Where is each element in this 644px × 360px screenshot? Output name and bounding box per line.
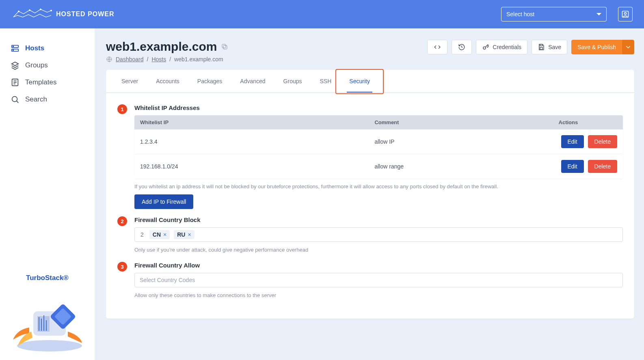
- save-publish-split: Save & Publish: [571, 40, 634, 54]
- svg-rect-25: [223, 45, 227, 49]
- user-menu-button[interactable]: [618, 7, 633, 22]
- sidebar-item-search[interactable]: Search: [0, 91, 95, 108]
- whitelist-title: Whitelist IP Addresses: [134, 104, 623, 111]
- sidebar-footer: TurboStack®: [0, 270, 95, 360]
- breadcrumb-hosts[interactable]: Hosts: [151, 56, 166, 63]
- section-country-allow: 3 Firewall Country Allow Select Country …: [117, 262, 623, 303]
- tab-server[interactable]: Server: [112, 70, 147, 93]
- chip-remove-icon[interactable]: ×: [188, 231, 191, 238]
- top-bar: HOSTED POWER Select host: [0, 0, 644, 28]
- country-chip: CN ×: [149, 230, 170, 239]
- key-icon: [482, 43, 489, 51]
- country-chip: RU ×: [174, 230, 194, 239]
- svg-point-9: [13, 50, 14, 51]
- tab-security[interactable]: Security: [340, 70, 379, 93]
- credentials-button[interactable]: Credentials: [476, 40, 527, 54]
- sidebar-item-hosts[interactable]: Hosts: [0, 40, 95, 57]
- save-publish-label: Save & Publish: [577, 44, 616, 50]
- code-view-button[interactable]: [427, 40, 447, 54]
- brand-text: HOSTED POWER: [56, 11, 115, 18]
- country-block-hint: Only use if you're under attack, could g…: [134, 247, 623, 253]
- section-badge-1: 1: [117, 104, 127, 114]
- tab-ssh[interactable]: SSH: [311, 70, 341, 93]
- svg-point-28: [483, 47, 486, 49]
- country-block-count: 2: [139, 231, 145, 238]
- country-allow-input[interactable]: Select Country Codes: [134, 273, 623, 287]
- main-content: web1.example.com Dashboard / Hosts / web…: [95, 28, 644, 360]
- section-badge-2: 2: [117, 216, 127, 226]
- user-icon: [621, 10, 629, 18]
- col-actions: Actions: [553, 115, 623, 129]
- cell-comment: allow range: [369, 154, 553, 179]
- sidebar-footer-brand: TurboStack®: [0, 274, 95, 282]
- section-whitelist: 1 Whitelist IP Addresses Whitelist IP Co…: [117, 104, 623, 209]
- country-allow-placeholder: Select Country Codes: [140, 277, 195, 283]
- delete-button[interactable]: Delete: [588, 135, 617, 148]
- country-block-title: Firewall Country Block: [134, 216, 623, 223]
- country-allow-hint: Allow only these countries to make conne…: [134, 292, 623, 298]
- svg-point-8: [13, 46, 14, 47]
- turbostack-illustration: [0, 287, 95, 352]
- svg-rect-29: [540, 44, 542, 46]
- save-button[interactable]: Save: [532, 40, 567, 54]
- chip-label: RU: [177, 231, 185, 238]
- tab-advanced[interactable]: Advanced: [231, 70, 274, 93]
- brand-logo: HOSTED POWER: [11, 8, 115, 20]
- code-icon: [434, 43, 441, 51]
- chevron-down-icon: [596, 13, 601, 15]
- svg-line-15: [17, 101, 19, 103]
- country-allow-title: Firewall Country Allow: [134, 262, 623, 269]
- sidebar-item-groups[interactable]: Groups: [0, 57, 95, 74]
- section-badge-3: 3: [117, 262, 127, 272]
- sidebar: Hosts Groups Templates Search TurboStack…: [0, 28, 95, 360]
- breadcrumb-current: web1.example.com: [174, 56, 223, 63]
- whitelist-hint: If you whitelist an ip address it will n…: [134, 183, 623, 190]
- sidebar-item-templates[interactable]: Templates: [0, 74, 95, 91]
- edit-button[interactable]: Edit: [561, 135, 584, 148]
- tab-packages[interactable]: Packages: [188, 70, 231, 93]
- table-row: 1.2.3.4 allow IP Edit Delete: [134, 129, 623, 154]
- svg-point-2: [40, 9, 41, 10]
- search-icon: [11, 95, 19, 104]
- breadcrumb: Dashboard / Hosts / web1.example.com: [106, 56, 228, 63]
- globe-icon: [106, 56, 112, 63]
- sidebar-item-label: Hosts: [25, 44, 44, 52]
- table-row: 192.168.1.0/24 allow range Edit Delete: [134, 154, 623, 179]
- delete-button[interactable]: Delete: [588, 160, 617, 173]
- section-country-block: 2 Firewall Country Block 2 CN × RU ×: [117, 216, 623, 258]
- save-publish-dropdown[interactable]: [622, 40, 634, 54]
- col-comment: Comment: [369, 115, 553, 129]
- tabs: Server Accounts Packages Advanced Groups…: [106, 70, 634, 93]
- country-block-input[interactable]: 2 CN × RU ×: [134, 227, 623, 242]
- copy-icon[interactable]: [221, 43, 228, 50]
- host-selector-placeholder: Select host: [506, 11, 534, 17]
- page-header: web1.example.com Dashboard / Hosts / web…: [106, 40, 634, 63]
- col-ip: Whitelist IP: [134, 115, 369, 129]
- page-header-actions: Credentials Save Save & Publish: [427, 40, 634, 54]
- save-publish-button[interactable]: Save & Publish: [571, 40, 622, 54]
- history-icon: [458, 43, 465, 51]
- tab-accounts[interactable]: Accounts: [147, 70, 188, 93]
- chevron-down-icon: [625, 43, 632, 51]
- svg-point-14: [12, 97, 17, 102]
- sidebar-item-label: Templates: [25, 78, 56, 86]
- template-icon: [11, 78, 19, 87]
- host-selector[interactable]: Select host: [501, 7, 607, 22]
- svg-rect-30: [540, 47, 542, 50]
- edit-button[interactable]: Edit: [561, 160, 584, 173]
- tab-groups[interactable]: Groups: [274, 70, 311, 93]
- sidebar-item-label: Search: [25, 95, 47, 103]
- cell-comment: allow IP: [369, 129, 553, 154]
- svg-point-5: [625, 13, 627, 15]
- chip-remove-icon[interactable]: ×: [163, 231, 166, 238]
- history-button[interactable]: [452, 40, 472, 54]
- add-ip-button[interactable]: Add IP to Firewall: [134, 194, 193, 209]
- breadcrumb-dashboard[interactable]: Dashboard: [116, 56, 144, 63]
- whitelist-table: Whitelist IP Comment Actions 1.2.3.4 all…: [134, 115, 623, 179]
- svg-point-16: [17, 340, 82, 351]
- credentials-label: Credentials: [493, 44, 521, 50]
- save-label: Save: [548, 44, 561, 50]
- sidebar-item-label: Groups: [25, 61, 48, 69]
- svg-point-1: [29, 10, 30, 11]
- cheetah-icon: [11, 8, 52, 20]
